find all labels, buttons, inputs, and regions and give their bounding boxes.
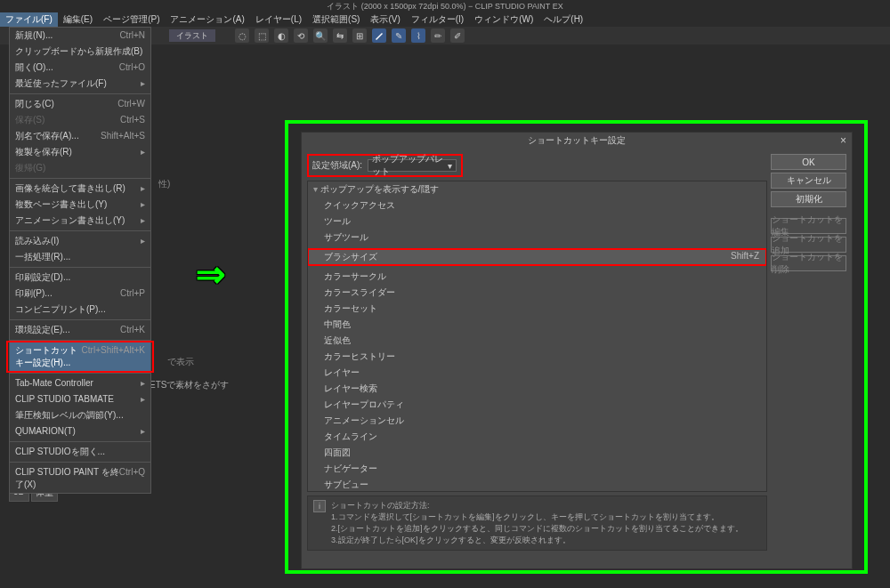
tool-icon[interactable]: ⊞ [352, 28, 367, 43]
menu-item[interactable]: 複製を保存(R)▸ [10, 144, 150, 160]
menu-item[interactable]: クリップボードから新規作成(B) [10, 44, 150, 60]
menu-item[interactable]: 印刷設定(D)... [10, 270, 150, 286]
list-item[interactable]: アニメーションセル [308, 413, 766, 429]
menu-item[interactable]: 読み込み(I)▸ [10, 233, 150, 249]
ok-button[interactable]: OK [771, 154, 846, 170]
menu-item[interactable]: 筆圧検知レベルの調節(Y)... [10, 407, 150, 423]
list-item[interactable]: 四面図 [308, 445, 766, 461]
area-combo[interactable]: ポップアップパレット ▾ [368, 159, 457, 172]
tool-icon[interactable]: ✎ [392, 28, 406, 43]
menu-item[interactable]: コンビニプリント(P)... [10, 302, 150, 318]
dialog-title: ショートカットキー設定 [528, 134, 626, 147]
menu-item[interactable]: 閉じる(C)Ctrl+W [10, 96, 150, 112]
app-titlebar: イラスト (2000 x 1500px 72dpi 50.0%) − CLIP … [0, 0, 890, 12]
menu-item[interactable]: 保存(S)Ctrl+S [10, 112, 150, 128]
menu-item[interactable]: 新規(N)...Ctrl+N [10, 28, 150, 44]
menu-select[interactable]: 選択範囲(S) [307, 12, 365, 27]
side-text: で表示 [167, 356, 194, 368]
tool-icon[interactable]: ✐ [450, 28, 465, 43]
list-item[interactable]: タイムライン [308, 429, 766, 445]
menu-item[interactable]: アニメーション書き出し(Y)▸ [10, 213, 150, 229]
menu-window[interactable]: ウィンドウ(W) [469, 12, 538, 27]
menu-item[interactable]: 環境設定(E)...Ctrl+K [10, 322, 150, 338]
menu-anim[interactable]: アニメーション(A) [165, 12, 249, 27]
menu-view[interactable]: 表示(V) [365, 12, 405, 27]
menu-filter[interactable]: フィルター(I) [406, 12, 469, 27]
menu-item[interactable]: 画像を統合して書き出し(R)▸ [10, 181, 150, 197]
list-item[interactable]: カラーサークル [308, 269, 766, 285]
menu-item[interactable]: 開く(O)...Ctrl+O [10, 60, 150, 76]
list-item[interactable]: カラースライダー [308, 285, 766, 301]
area-label: 設定領域(A): [312, 159, 362, 172]
list-item[interactable]: サブツール [308, 230, 766, 246]
menubar: ファイル(F) 編集(E) ページ管理(P) アニメーション(A) レイヤー(L… [0, 12, 890, 27]
menu-layer[interactable]: レイヤー(L) [250, 12, 307, 27]
list-item[interactable]: 近似色 [308, 333, 766, 349]
menu-item[interactable]: 最近使ったファイル(F)▸ [10, 76, 150, 92]
menu-item[interactable]: CLIP STUDIO PAINT を終了(X)Ctrl+Q [10, 464, 150, 493]
menu-help[interactable]: ヘルプ(H) [538, 12, 588, 27]
tool-icon[interactable]: ⌇ [411, 28, 425, 43]
cancel-button[interactable]: キャンセル [771, 173, 846, 189]
info-box: i ショートカットの設定方法:1.コマンドを選択して[ショートカットを編集]をク… [307, 495, 767, 551]
area-selector: 設定領域(A): ポップアップパレット ▾ [307, 154, 463, 177]
del-shortcut-button[interactable]: ショートカットを削除 [771, 255, 846, 271]
menu-item[interactable]: QUMARION(T)▸ [10, 423, 150, 439]
menu-item[interactable]: 複数ページ書き出し(Y)▸ [10, 197, 150, 213]
list-item[interactable]: レイヤープロパティ [308, 397, 766, 413]
combo-value: ポップアップパレット [372, 153, 448, 178]
list-item[interactable]: サブビュー [308, 477, 766, 492]
tool-icon[interactable]: ◐ [274, 28, 288, 43]
close-icon[interactable]: × [840, 134, 846, 147]
tool-icon[interactable]: ✏ [431, 28, 445, 43]
menu-item[interactable]: 印刷(P)...Ctrl+P [10, 286, 150, 302]
doc-tab[interactable]: イラスト [169, 29, 215, 42]
init-button[interactable]: 初期化 [771, 191, 846, 207]
tool-icon[interactable] [372, 28, 386, 43]
menu-item[interactable]: ショートカットキー設定(H)...Ctrl+Shift+Alt+K [10, 342, 150, 371]
arrow-annotation: ⇒ [196, 254, 226, 294]
chevron-down-icon: ▾ [448, 161, 452, 171]
list-item[interactable]: クイックアクセス [308, 197, 766, 213]
menu-item[interactable]: CLIP STUDIOを開く... [10, 444, 150, 460]
list-item[interactable]: カラーヒストリー [308, 349, 766, 365]
menu-item[interactable]: CLIP STUDIO TABMATE▸ [10, 391, 150, 407]
tool-icon[interactable]: ⬚ [255, 28, 269, 43]
list-item[interactable]: ツール [308, 213, 766, 230]
list-item[interactable]: ブラシサイズShift+Z [308, 249, 766, 265]
tool-icon[interactable]: ◌ [235, 28, 249, 43]
dialog-buttons: OK キャンセル 初期化 ショートカットを編集 ショートカットを追加 ショートカ… [771, 154, 846, 551]
dialog-titlebar: ショートカットキー設定 × [302, 133, 852, 149]
menu-item[interactable]: 別名で保存(A)...Shift+Alt+S [10, 128, 150, 144]
tool-icon[interactable]: ⟲ [294, 28, 308, 43]
menu-file[interactable]: ファイル(F) [0, 12, 58, 27]
info-text: ショートカットの設定方法:1.コマンドを選択して[ショートカットを編集]をクリッ… [331, 500, 743, 546]
list-item[interactable]: カラーセット [308, 301, 766, 317]
side-text2: 性) [158, 178, 170, 190]
shortcut-list[interactable]: ポップアップを表示する/隠すクイックアクセスツールサブツールブラシサイズShif… [307, 181, 767, 492]
list-item[interactable]: 中間色 [308, 317, 766, 333]
menu-page[interactable]: ページ管理(P) [98, 12, 165, 27]
info-icon: i [313, 500, 326, 512]
file-dropdown: 新規(N)...Ctrl+Nクリップボードから新規作成(B)開く(O)...Ct… [9, 27, 151, 494]
list-group[interactable]: ポップアップを表示する/隠す [308, 181, 766, 197]
list-item[interactable]: レイヤー [308, 365, 766, 381]
menu-edit[interactable]: 編集(E) [58, 12, 98, 27]
list-item[interactable]: レイヤー検索 [308, 381, 766, 397]
menu-item[interactable]: Tab-Mate Controller▸ [10, 375, 150, 391]
tool-icon[interactable]: 🔍 [313, 28, 328, 43]
menu-item[interactable]: 一括処理(R)... [10, 249, 150, 265]
list-item[interactable]: ナビゲーター [308, 461, 766, 477]
menu-item[interactable]: 復帰(G) [10, 160, 150, 176]
tool-icon[interactable]: ⇆ [333, 28, 347, 43]
shortcut-dialog: ショートカットキー設定 × 設定領域(A): ポップアップパレット ▾ ポップア… [301, 132, 853, 569]
